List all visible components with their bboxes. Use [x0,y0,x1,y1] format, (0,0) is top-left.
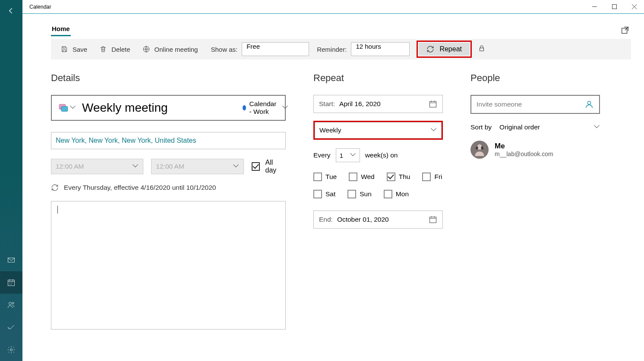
details-column: Details Calendar - Work [51,72,286,330]
repeat-end-input[interactable] [337,216,424,223]
sort-select[interactable]: Original order [499,123,587,131]
repeat-end-row[interactable]: End: [313,210,443,229]
checkbox[interactable] [313,190,322,198]
emoji-picker[interactable] [58,102,76,113]
day-wed[interactable]: Wed [349,173,375,181]
chevron-down-icon [283,105,287,110]
svg-point-3 [12,302,14,304]
people-column: People Sort by Original order Me m__lab@… [470,72,600,330]
chevron-down-icon[interactable] [595,125,600,130]
recurrence-text: Every Thursday, effective 4/16/2020 unti… [64,184,216,191]
delete-button[interactable]: Delete [94,43,135,56]
online-meeting-button[interactable]: Online meeting [137,43,203,56]
repeat-icon [51,184,59,191]
invite-box[interactable] [470,95,600,114]
day-thu[interactable]: Thu [387,173,410,181]
end-time-select[interactable]: 12:00 AM [151,159,243,174]
minimize-button[interactable] [584,0,604,14]
lock-icon [478,44,486,52]
svg-rect-12 [430,217,436,223]
checkbox[interactable] [422,173,431,181]
svg-point-4 [10,349,13,351]
every-number-select[interactable]: 1 [336,148,360,162]
delete-icon [99,45,107,53]
app-title: Calendar [22,4,58,10]
reminder-select[interactable]: 12 hours [351,42,410,56]
calendar-icon[interactable] [429,215,437,224]
person-me[interactable]: Me m__lab@outlook.com [470,141,600,159]
calendar-picker-label: Calendar - Work [249,100,280,116]
weekday-grid: Tue Wed Thu Fri Sat Sun Mon [313,173,443,198]
sort-row: Sort by Original order [470,123,600,131]
calendar-picker[interactable]: Calendar - Work [243,100,287,116]
repeat-heading: Repeat [313,72,443,84]
svg-rect-0 [8,258,15,262]
every-row: Every 1 week(s) on [313,148,443,162]
event-title-input[interactable] [80,101,238,115]
show-as-label: Show as: [205,46,240,53]
delete-label: Delete [111,46,130,53]
sidebar-settings[interactable] [0,339,22,361]
all-day-checkbox[interactable] [252,162,260,171]
repeat-start-input[interactable] [339,100,424,108]
checkbox[interactable] [313,173,322,181]
tab-home[interactable]: Home [51,22,71,36]
svg-rect-8 [480,48,483,51]
people-heading: People [470,72,600,84]
save-label: Save [73,46,87,53]
frequency-select[interactable]: Weekly [315,122,442,138]
location-input[interactable] [51,132,286,149]
all-day-label: All day [265,159,286,174]
show-as-select[interactable]: Free [242,42,309,56]
every-label-pre: Every [313,151,331,159]
close-button[interactable] [624,0,644,14]
calendar-icon[interactable] [429,100,437,108]
repeat-end-label: End: [319,216,333,223]
sidebar-calendar[interactable] [0,271,22,294]
back-button[interactable] [0,0,22,22]
main-area: Calendar Home Save Delete Online m [22,0,644,361]
repeat-highlight: Repeat [417,41,472,58]
all-day-toggle[interactable]: All day [252,159,286,174]
day-tue[interactable]: Tue [313,173,337,181]
popout-button[interactable] [619,24,631,36]
chevron-down-icon [71,105,76,110]
day-sun[interactable]: Sun [347,190,372,198]
app-sidebar [0,0,22,361]
svg-rect-5 [612,5,616,9]
day-fri[interactable]: Fri [422,173,442,181]
online-meeting-label: Online meeting [155,46,198,53]
details-heading: Details [51,72,286,84]
checkbox[interactable] [387,173,395,181]
person-icon [584,100,594,109]
repeat-start-row[interactable]: Start: [313,95,443,113]
repeat-label: Repeat [439,45,462,53]
checkbox[interactable] [347,190,356,198]
checkbox[interactable] [384,190,392,198]
avatar [470,141,489,159]
save-button[interactable]: Save [55,43,92,56]
day-mon[interactable]: Mon [384,190,409,198]
reminder-label: Reminder: [311,46,349,53]
svg-point-13 [587,101,590,104]
chevron-down-icon [351,153,356,158]
frequency-highlight: Weekly [313,121,443,140]
chevron-down-icon [432,128,437,133]
description-textarea[interactable] [51,201,286,330]
repeat-button[interactable]: Repeat [419,43,470,56]
svg-rect-11 [430,101,436,107]
private-button[interactable] [474,42,490,57]
svg-rect-10 [61,107,68,111]
person-email: m__lab@outlook.com [495,151,553,157]
sidebar-people[interactable] [0,294,22,316]
maximize-button[interactable] [604,0,624,14]
emoji-icon [58,102,69,113]
invite-input[interactable] [477,100,580,108]
sidebar-mail[interactable] [0,249,22,271]
checkbox[interactable] [349,173,357,181]
chevron-down-icon [234,164,239,169]
sidebar-todo[interactable] [0,316,22,339]
day-sat[interactable]: Sat [313,190,335,198]
start-time-select[interactable]: 12:00 AM [51,159,143,174]
sort-label: Sort by [470,123,492,131]
